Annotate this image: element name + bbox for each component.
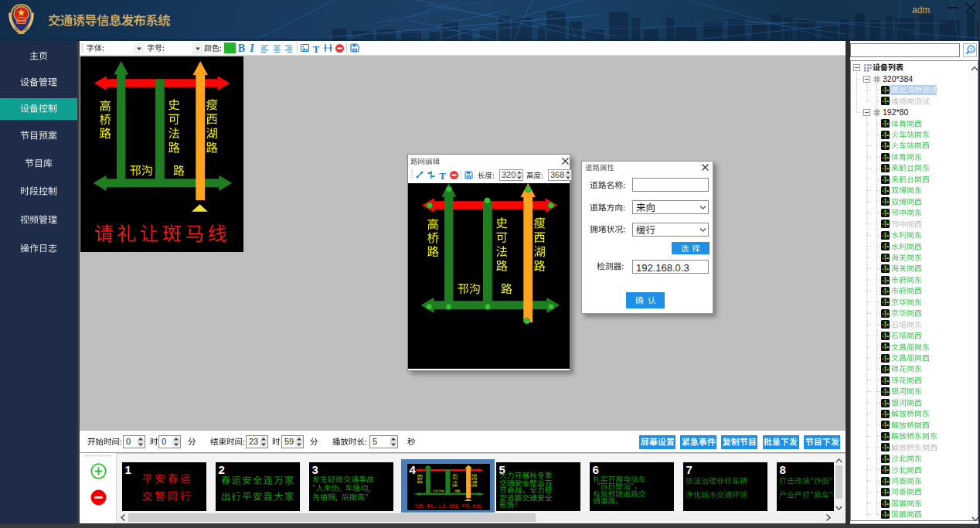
svg-text:3: 3 (970, 47, 973, 52)
